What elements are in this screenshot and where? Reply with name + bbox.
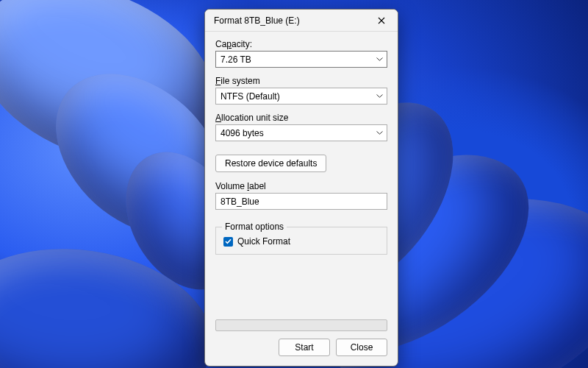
capacity-dropdown[interactable]: 7.26 TB bbox=[215, 51, 387, 68]
restore-row: Restore device defaults bbox=[215, 149, 387, 179]
titlebar[interactable]: Format 8TB_Blue (E:) bbox=[205, 10, 398, 32]
capacity-value: 7.26 TB bbox=[220, 54, 373, 65]
restore-defaults-button[interactable]: Restore device defaults bbox=[215, 155, 326, 172]
filesystem-value: NTFS (Default) bbox=[220, 91, 373, 102]
close-icon[interactable] bbox=[365, 10, 398, 31]
quick-format-label: Quick Format bbox=[237, 236, 290, 247]
allocation-block: Allocation unit size 4096 bytes bbox=[215, 113, 387, 141]
checkmark-icon bbox=[223, 237, 233, 247]
volume-label-input[interactable]: 8TB_Blue bbox=[215, 193, 387, 210]
allocation-dropdown[interactable]: 4096 bytes bbox=[215, 124, 387, 141]
desktop-wallpaper: Format 8TB_Blue (E:) Capacity: 7.26 TB F… bbox=[0, 0, 588, 368]
capacity-block: Capacity: 7.26 TB bbox=[215, 39, 387, 68]
window-title: Format 8TB_Blue (E:) bbox=[214, 15, 365, 26]
allocation-label: Allocation unit size bbox=[215, 113, 387, 123]
filesystem-block: File system NTFS (Default) bbox=[215, 76, 387, 105]
allocation-value: 4096 bytes bbox=[220, 128, 373, 138]
volume-label: Volume label bbox=[215, 181, 387, 191]
chevron-down-icon bbox=[373, 88, 385, 104]
format-options-legend: Format options bbox=[222, 222, 287, 232]
capacity-label: Capacity: bbox=[215, 39, 387, 49]
quick-format-checkbox[interactable]: Quick Format bbox=[223, 236, 379, 247]
button-row: Start Close bbox=[205, 331, 398, 366]
progress-bar bbox=[215, 319, 387, 331]
start-button[interactable]: Start bbox=[279, 339, 330, 356]
format-options-group: Format options Quick Format bbox=[215, 227, 387, 255]
volume-block: Volume label 8TB_Blue bbox=[215, 181, 387, 210]
filesystem-label: File system bbox=[215, 76, 387, 86]
format-dialog: Format 8TB_Blue (E:) Capacity: 7.26 TB F… bbox=[204, 9, 398, 367]
close-button[interactable]: Close bbox=[336, 339, 387, 356]
dialog-body: Capacity: 7.26 TB File system NTFS (Defa… bbox=[205, 32, 398, 314]
filesystem-dropdown[interactable]: NTFS (Default) bbox=[215, 88, 387, 105]
chevron-down-icon bbox=[373, 52, 385, 67]
chevron-down-icon bbox=[373, 125, 385, 141]
